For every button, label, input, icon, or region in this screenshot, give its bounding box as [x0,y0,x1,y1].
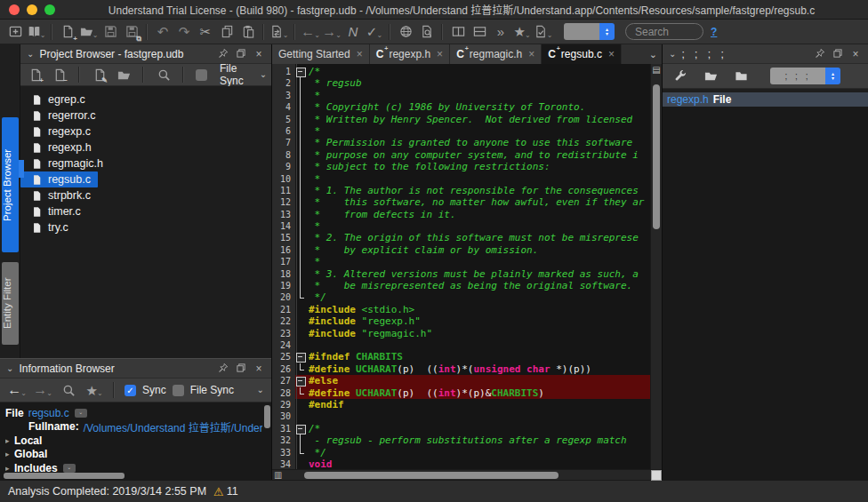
code-line[interactable]: 23#include "regmagic.h" [272,328,650,339]
web-browser-icon[interactable] [396,22,415,42]
horizontal-scrollbar-thumb[interactable] [4,473,125,479]
open-file-icon[interactable]: ⌄ [79,22,99,42]
dependency-browser-icon[interactable]: N [343,22,363,42]
code-line[interactable]: 13 * from defects in it. [272,209,650,220]
fold-marker-icon[interactable] [295,375,307,386]
preview-file-name[interactable]: regexp.h [667,93,709,106]
code-line[interactable]: 34void [272,458,650,469]
redo-icon[interactable]: ↷ [174,22,194,42]
vertical-scrollbar[interactable]: ▤ [650,64,662,469]
file-item[interactable]: regmagic.h [20,155,110,171]
cut-icon[interactable]: ✂ [196,22,215,42]
history-forward-icon[interactable]: →⌄ [33,380,52,400]
code-lines[interactable]: 1/*2 * regsub3 *4 * Copyright (c) 1986 b… [272,64,650,469]
tree-item[interactable]: ▸Local [5,434,262,448]
file-item[interactable]: regerror.c [20,108,103,124]
open-folder-icon[interactable] [116,66,132,84]
preview-entity-bar[interactable]: regexp.h File [663,92,868,107]
favorites-icon[interactable]: ★⌄ [512,22,532,42]
editor-split-icon[interactable]: ▤ [652,65,661,75]
new-project-icon[interactable] [5,22,25,42]
file-item[interactable]: strpbrk.c [20,187,98,203]
add-file-icon[interactable]: + [28,66,44,84]
find-in-files-icon[interactable] [417,22,437,42]
warnings-indicator[interactable]: ⚠ 11 [213,485,238,498]
fold-marker-icon[interactable] [295,66,307,77]
code-line[interactable]: 31/* [272,423,650,434]
code-line[interactable]: 14 * [272,220,650,232]
code-line[interactable]: 6 * [272,125,650,137]
tab-close-icon[interactable]: × [437,48,443,60]
code-line[interactable]: 26#define UCHARAT(p) ((int)*(unsigned ch… [272,363,650,375]
code-line[interactable]: 8 * purpose on any computer system, and … [272,149,650,161]
zoom-window-button[interactable] [44,4,55,15]
code-line[interactable]: 1/* [272,66,650,77]
copy-icon[interactable] [217,22,237,42]
horizontal-scrollbar[interactable]: ▥ [272,469,662,480]
editor-columns-icon[interactable]: ▥ [274,470,282,481]
tree-item[interactable]: ▸Global [5,448,262,462]
search-input[interactable] [625,23,703,40]
code-line[interactable]: 9 * subject to the following restriction… [272,161,650,172]
back-icon[interactable]: ←⌄ [301,22,320,42]
tab-close-icon[interactable]: × [608,48,615,60]
file-item[interactable]: try.c [20,219,76,235]
expand-triangle-icon[interactable]: ▸ [5,450,14,458]
code-line[interactable]: 27#else [272,375,650,386]
tab-close-icon[interactable]: × [357,48,363,60]
sync-checkbox[interactable]: ✓ [125,385,136,396]
sidebar-tab-entity-filter[interactable]: Entity Filter [2,262,19,345]
code-line[interactable]: 16 * by explicit claim or by omission. [272,244,650,256]
save-icon[interactable] [100,22,120,42]
code-line[interactable]: 33 */ [272,447,650,458]
pin-icon[interactable] [217,48,229,60]
tab-close-icon[interactable]: × [528,48,534,60]
file-item[interactable]: egrep.c [20,92,92,108]
split-rows-icon[interactable] [470,22,489,42]
combobox-stepper-icon[interactable]: ▴▾ [599,23,615,40]
pin-icon[interactable] [217,363,229,375]
editor-tab[interactable]: Cregsub.c× [542,44,622,64]
file-item[interactable]: regexp.h [20,139,99,155]
new-file-icon[interactable]: + [58,22,77,42]
open-folder-icon[interactable] [701,67,720,86]
horizontal-scrollbar-thumb[interactable] [304,472,559,479]
code-line[interactable]: 21#include <stdio.h> [272,304,650,315]
code-line[interactable]: 11 * 1. The author is not responsible fo… [272,185,650,196]
code-line[interactable]: 25#ifndef CHARBITS [272,351,650,363]
code-line[interactable]: 7 * Permission is granted to anyone to u… [272,137,650,148]
code-line[interactable]: 15 * 2. The origin of this software must… [272,232,650,243]
analyze-combobox[interactable]: ▴▾ [564,23,615,40]
wrench-icon[interactable] [671,67,690,86]
dropdown-chip-icon[interactable]: ⌄ [75,409,87,418]
file-sync-checkbox[interactable] [173,385,184,396]
collapse-chevron-icon[interactable]: ⌄ [669,50,676,59]
remove-file-icon[interactable]: − [52,66,68,84]
file-sync-checkbox[interactable] [196,69,207,81]
editor-tab[interactable]: Getting Started× [272,44,370,64]
expand-triangle-icon[interactable]: ▸ [5,464,14,473]
favorites-icon[interactable]: ★⌄ [84,380,104,400]
file-item[interactable]: regexp.c [20,124,98,139]
code-line[interactable]: 3 * [272,90,650,101]
toolbar-chevron-icon[interactable]: ⌄ [260,70,267,79]
code-line[interactable]: 32 - regsub - perform substitutions afte… [272,434,650,446]
code-line[interactable]: 2 * regsub [272,77,650,89]
code-line[interactable]: 28#define UCHARAT(p) ((int)*(p)&CHARBITS… [272,387,650,399]
collapse-chevron-icon[interactable]: ⌄ [27,50,34,59]
file-item[interactable]: regsub.c [20,171,98,187]
changed-files-icon[interactable]: ⌄ [269,22,289,42]
expand-triangle-icon[interactable]: ▸ [5,436,14,445]
fold-marker-icon[interactable] [295,423,307,434]
tab-overflow-chevron-icon[interactable]: ⌄ [649,44,657,64]
close-panel-icon[interactable]: × [849,49,862,60]
file-name-link[interactable]: regsub.c [28,407,69,419]
collapse-chevron-icon[interactable]: ⌄ [6,364,13,373]
forward-icon[interactable]: →⌄ [322,22,342,42]
sidebar-tab-project-browser[interactable]: Project Browser [2,117,19,252]
paste-icon[interactable] [238,22,258,42]
info-fullname-row[interactable]: Fullname: /Volumes/Understand 拉普拉斯/Under… [5,420,262,434]
code-line[interactable]: 22#include "regexp.h" [272,315,650,327]
code-line[interactable]: 30 [272,410,650,422]
close-panel-icon[interactable]: × [253,363,265,374]
